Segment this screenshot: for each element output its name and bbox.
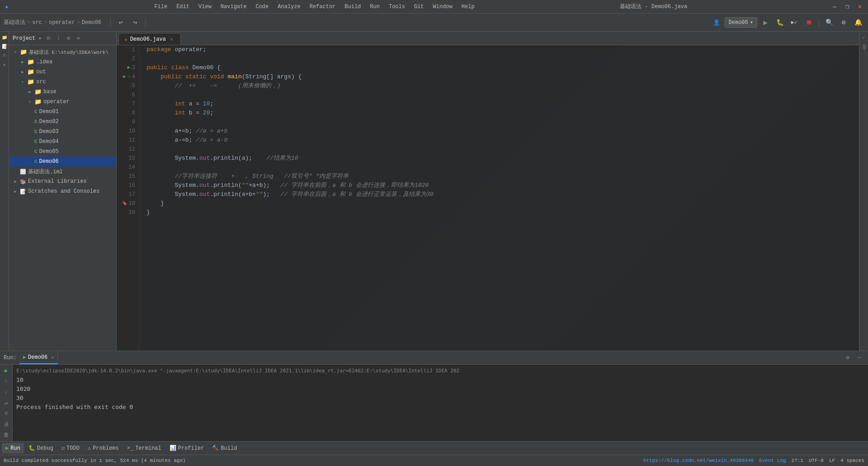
tree-label-demo01: Demo01 xyxy=(39,109,59,115)
line-num-10: 10 xyxy=(120,127,135,136)
menu-help[interactable]: Help xyxy=(460,3,476,11)
bottom-tab-todo[interactable]: ☑ TODO xyxy=(58,443,83,453)
sidebar-item-demo06[interactable]: C Demo06 xyxy=(9,157,116,166)
sidebar-item-demo05[interactable]: C Demo05 xyxy=(9,147,116,157)
menu-build[interactable]: Build xyxy=(343,3,363,11)
stop-button[interactable]: ⏹ xyxy=(802,16,815,29)
sidebar-item-out[interactable]: ▶ 📁 out xyxy=(9,67,116,77)
bottom-tab-run[interactable]: ▶ Run xyxy=(2,443,24,453)
menu-file[interactable]: File xyxy=(152,3,169,11)
run-panel-body: ▶ ↑ ↓ ↵ ≡ 🖨 🗑 E:\study\eclipseIDE2020\jd… xyxy=(0,365,868,441)
run-output-10: 10 xyxy=(16,376,864,385)
run-print-button[interactable]: 🖨 xyxy=(2,420,11,429)
caret-position[interactable]: 27:1 xyxy=(792,458,803,463)
sidebar-dropdown-icon[interactable]: ▾ xyxy=(38,35,42,42)
encoding-label[interactable]: UTF-8 xyxy=(809,458,824,463)
sidebar-item-src[interactable]: ▾ 📁 src xyxy=(9,77,116,87)
event-log-link[interactable]: Event Log xyxy=(759,458,786,463)
run-tab-demo06[interactable]: ▶ Demo06 ✕ xyxy=(19,351,58,364)
undo-button[interactable]: ↩ xyxy=(114,16,127,29)
menu-tools[interactable]: Tools xyxy=(387,3,407,11)
code-line-8: int b = 20; xyxy=(146,109,852,118)
bottom-tab-build[interactable]: 🔨 Build xyxy=(208,443,241,453)
commit-icon[interactable]: 📝 xyxy=(0,43,9,51)
sidebar-item-module[interactable]: ⬜ 基础语法.iml xyxy=(9,166,116,176)
run-configuration[interactable]: Demo06 ▾ xyxy=(725,17,757,28)
run-output[interactable]: E:\study\eclipseIDE2020\jdk-14.0.2\bin\j… xyxy=(13,365,868,441)
search-everywhere-button[interactable]: 🔍 xyxy=(823,16,835,29)
hide-panel-icon[interactable]: ✕ xyxy=(74,34,82,43)
run-button[interactable]: ▶ xyxy=(759,16,772,29)
tree-item-root[interactable]: ▾ 📁 基础语法 E:\study\IDEA\work\ xyxy=(9,47,116,57)
sidebar-item-demo01[interactable]: C Demo01 xyxy=(9,107,116,117)
favorites-icon[interactable]: ★ xyxy=(0,61,9,69)
menu-window[interactable]: Window xyxy=(431,3,454,11)
csdn-link[interactable]: https://blog.csdn.net/weixin_46389340 xyxy=(643,458,754,463)
tree-label-scratches: Scratches and Consoles xyxy=(28,188,99,195)
run-scroll-down[interactable]: ↓ xyxy=(2,388,11,397)
minimize-button[interactable]: — xyxy=(831,3,838,10)
folder-icon-src: 📁 xyxy=(27,78,34,86)
menu-code[interactable]: Code xyxy=(254,3,270,11)
sidebar-item-demo03[interactable]: C Demo03 xyxy=(9,127,116,137)
line-sep-label[interactable]: LF xyxy=(829,458,835,463)
breadcrumb-package[interactable]: operater xyxy=(49,19,75,26)
run-minimize-button[interactable]: — xyxy=(854,353,864,363)
database-icon[interactable]: DB xyxy=(860,43,868,51)
editor-area: ☕ Demo06.java ✕ 1 2 ▶3 ▶○4 5 6 7 8 9 xyxy=(117,32,859,351)
sidebar-item-demo04[interactable]: C Demo04 xyxy=(9,137,116,147)
sidebar-item-scratches[interactable]: ▶ 📝 Scratches and Consoles xyxy=(9,186,116,196)
menu-git[interactable]: Git xyxy=(412,3,426,11)
menu-view[interactable]: View xyxy=(197,3,213,11)
user-account-button[interactable]: 👤 xyxy=(710,16,723,29)
run-settings-button[interactable]: ⚙ xyxy=(843,353,853,363)
sort-icon[interactable]: ↕ xyxy=(54,34,62,43)
editor-tab-demo06[interactable]: ☕ Demo06.java ✕ xyxy=(118,33,181,45)
code-editor[interactable]: 1 2 ▶3 ▶○4 5 6 7 8 9 10 11 12 13 14 15 1… xyxy=(117,45,859,351)
run-use-soft-wrap[interactable]: ≡ xyxy=(2,409,11,418)
breadcrumb-class[interactable]: Demo06 xyxy=(82,19,101,26)
breadcrumb-project[interactable]: 基础语法 xyxy=(4,19,25,26)
menu-navigate[interactable]: Navigate xyxy=(219,3,249,11)
settings-gear-icon[interactable]: ⚙ xyxy=(64,34,72,43)
breadcrumb-src[interactable]: src xyxy=(32,19,42,26)
tree-label-src: src xyxy=(36,79,46,85)
rerun-button[interactable]: ▶ xyxy=(2,366,11,376)
project-icon[interactable]: 📁 xyxy=(0,33,9,42)
indent-label[interactable]: 4 spaces xyxy=(840,458,864,463)
redo-button[interactable]: ↪ xyxy=(129,16,142,29)
tree-arrow-out: ▶ xyxy=(20,69,25,75)
menu-edit[interactable]: Edit xyxy=(175,3,191,11)
line-num-15: 15 xyxy=(120,172,135,181)
tab-close-demo06[interactable]: ✕ xyxy=(169,36,175,43)
close-button[interactable]: ✕ xyxy=(856,3,863,10)
bottom-tab-profiler[interactable]: 📊 Profiler xyxy=(166,443,208,453)
bottom-tab-problems[interactable]: ⚠ Problems xyxy=(84,443,123,453)
menu-run[interactable]: Run xyxy=(368,3,382,11)
run-wrap-button[interactable]: ↵ xyxy=(2,399,11,408)
build-status-message: Build completed successfully in 1 sec, 5… xyxy=(4,458,186,463)
collapse-all-icon[interactable]: ⊟ xyxy=(44,34,52,43)
maximize-button[interactable]: ❐ xyxy=(844,3,851,10)
sidebar-item-demo02[interactable]: C Demo02 xyxy=(9,117,116,127)
build-tab-label: Build xyxy=(221,445,237,452)
run-with-coverage-button[interactable]: ▶✓ xyxy=(788,16,801,29)
menu-refactor[interactable]: Refactor xyxy=(308,3,338,11)
app-logo: ✦ xyxy=(5,2,9,11)
run-scroll-up[interactable]: ↑ xyxy=(2,377,11,386)
menu-analyze[interactable]: Analyze xyxy=(276,3,302,11)
bottom-tab-terminal[interactable]: >_ Terminal xyxy=(123,443,165,453)
run-clear-button[interactable]: 🗑 xyxy=(2,430,11,439)
settings-button[interactable]: ⚙ xyxy=(837,16,850,29)
sidebar-item-extlibs[interactable]: ▶ 📚 External Libraries xyxy=(9,176,116,186)
notifications-button[interactable]: 🔔 xyxy=(852,16,864,29)
run-config-label: Demo06 xyxy=(729,19,748,26)
structure-icon-left[interactable]: ≡ xyxy=(0,52,9,60)
sidebar-item-idea[interactable]: ▶ 📁 .idea xyxy=(9,57,116,67)
run-tab-close[interactable]: ✕ xyxy=(51,355,54,360)
sidebar-item-base[interactable]: ▶ 📁 base xyxy=(9,87,116,97)
debug-button[interactable]: 🐛 xyxy=(774,16,786,29)
java-icon-demo05: C xyxy=(34,149,38,154)
bottom-tab-debug[interactable]: 🐛 Debug xyxy=(25,443,57,453)
sidebar-item-operater[interactable]: ▾ 📁 operater xyxy=(9,97,116,107)
